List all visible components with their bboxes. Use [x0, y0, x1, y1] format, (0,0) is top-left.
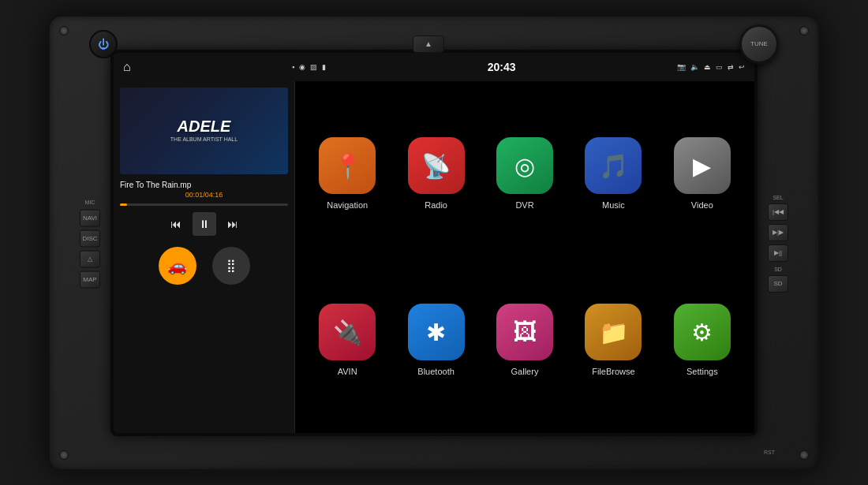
app-video[interactable]: ▶Video	[658, 91, 746, 257]
app-icon-radio: 📡	[408, 137, 465, 194]
app-bluetooth[interactable]: ✱Bluetooth	[391, 257, 480, 423]
mic-group: MIC	[80, 197, 99, 206]
map-button[interactable]: MAP	[80, 270, 100, 288]
app-icon-video: ▶	[674, 137, 731, 194]
disc-label: DISC	[82, 235, 97, 242]
app-icon-avin: 🔌	[319, 304, 376, 360]
album-content: ADELE THE ALBUM ARTIST HALL	[170, 118, 238, 143]
music-panel: ADELE THE ALBUM ARTIST HALL Fire To The …	[114, 81, 295, 433]
icon-window: ▪	[292, 63, 294, 71]
car-unit: ⏻ ▲ TUNE MIC NAVI DISC △	[47, 14, 821, 472]
home-group: △	[80, 250, 100, 267]
rst-label: RST	[764, 450, 775, 455]
power-button[interactable]: ⏻	[89, 30, 118, 58]
sel-label: SEL	[769, 193, 788, 202]
player-controls: ⏮ ⏸ ⏭	[120, 212, 288, 236]
app-icon-settings: ⚙	[674, 304, 731, 360]
app-label-avin: AVIN	[338, 367, 357, 376]
progress-bar[interactable]	[120, 203, 288, 206]
current-time: 00:01	[185, 191, 204, 199]
car-icon: 🚗	[167, 256, 187, 275]
album-artist: ADELE	[170, 118, 238, 136]
home-side-button[interactable]: △	[80, 250, 100, 267]
icon-back: ↩	[739, 63, 745, 71]
status-icons-right: 📷 🔈 ⏏ ▭ ⇄ ↩	[677, 63, 745, 71]
top-controls: ⏻ ▲ TUNE	[89, 24, 779, 64]
sd-button[interactable]: SD	[768, 275, 788, 293]
fwd-icon: ▶|▶	[773, 229, 784, 236]
app-label-radio: Radio	[425, 200, 447, 210]
sd-group: SD SD	[768, 265, 788, 293]
main-content: ADELE THE ALBUM ARTIST HALL Fire To The …	[114, 81, 754, 433]
pause-button[interactable]: ▶||	[768, 244, 788, 262]
app-label-dvr: DVR	[515, 200, 533, 210]
icon-cam: 📷	[677, 63, 686, 71]
left-side-panel: MIC NAVI DISC △ MAP	[80, 197, 100, 288]
app-grid: 📍Navigation📡Radio◎DVR🎵Music▶Video🔌AVIN✱B…	[295, 81, 754, 433]
app-settings[interactable]: ⚙Settings	[658, 257, 746, 423]
grid-button[interactable]: ⣿	[212, 247, 250, 285]
tune-knob[interactable]: TUNE	[739, 24, 779, 64]
app-music[interactable]: 🎵Music	[569, 91, 657, 257]
app-label-navigation: Navigation	[327, 200, 368, 210]
app-navigation[interactable]: 📍Navigation	[303, 91, 391, 257]
map-label: MAP	[83, 276, 96, 283]
app-icon-filebrowse: 📁	[585, 304, 642, 360]
mic-label: MIC	[80, 197, 99, 206]
app-label-settings: Settings	[687, 367, 718, 376]
progress-fill	[120, 203, 127, 206]
tune-label: TUNE	[750, 40, 768, 47]
app-label-filebrowse: FileBrowse	[592, 367, 634, 376]
sd-icon: SD	[773, 280, 782, 287]
sd-label: SD	[769, 265, 788, 274]
icon-usb: ⇄	[728, 63, 734, 71]
icon-eject2: ⏏	[704, 63, 711, 71]
app-gallery[interactable]: 🖼Gallery	[481, 257, 569, 423]
app-label-gallery: Gallery	[511, 367, 539, 376]
sel-button[interactable]: |◀◀	[768, 203, 788, 221]
pause-icon-player: ⏸	[199, 218, 210, 230]
pause-group: ▶||	[768, 244, 788, 262]
icon-circle: ◉	[299, 63, 305, 71]
disc-button[interactable]: DISC	[80, 229, 100, 247]
next-button[interactable]: ⏭	[227, 218, 238, 230]
corner-screw-tl	[59, 26, 69, 35]
main-screen: ⌂ ▪ ◉ ▨ ▮ 20:43 📷 🔈 ⏏ ▭ ⇄ ↩	[110, 50, 758, 436]
icon-vol: 🔈	[690, 63, 699, 71]
song-time: 00:01/04:16	[120, 191, 288, 199]
album-subtitle: THE ALBUM ARTIST HALL	[170, 136, 238, 143]
total-time: 04:16	[205, 191, 223, 199]
prev-button[interactable]: ⏮	[170, 218, 181, 230]
pause-icon: ▶||	[774, 249, 782, 256]
bottom-quick-icons: 🚗 ⣿	[120, 247, 288, 285]
right-side-panel: SEL |◀◀ ▶|▶ ▶|| SD SD	[768, 193, 788, 293]
app-label-bluetooth: Bluetooth	[417, 367, 454, 376]
fwd-button[interactable]: ▶|▶	[768, 224, 788, 241]
app-label-video: Video	[691, 200, 713, 210]
app-avin[interactable]: 🔌AVIN	[303, 257, 391, 423]
corner-screw-tr	[799, 26, 809, 35]
app-filebrowse[interactable]: 📁FileBrowse	[569, 257, 657, 423]
car-mode-button[interactable]: 🚗	[159, 247, 196, 285]
app-icon-music: 🎵	[585, 137, 642, 194]
navi-button[interactable]: NAVI	[80, 209, 100, 226]
corner-screw-br	[799, 450, 809, 460]
corner-screw-bl	[59, 450, 69, 460]
grid-icon: ⣿	[226, 258, 236, 273]
status-icons: ▪ ◉ ▨ ▮	[292, 63, 326, 71]
home-side-icon: △	[88, 256, 92, 263]
album-art: ADELE THE ALBUM ARTIST HALL	[120, 88, 288, 174]
disc-group: DISC	[80, 229, 100, 247]
play-pause-button[interactable]: ⏸	[193, 212, 216, 236]
song-title: Fire To The Rain.mp	[120, 181, 288, 189]
app-radio[interactable]: 📡Radio	[391, 91, 480, 257]
power-icon: ⏻	[98, 38, 109, 50]
app-icon-bluetooth: ✱	[408, 304, 465, 360]
app-dvr[interactable]: ◎DVR	[481, 91, 569, 257]
app-icon-dvr: ◎	[496, 137, 553, 194]
fwd-group: ▶|▶	[768, 224, 788, 241]
eject-button[interactable]: ▲	[413, 35, 444, 53]
navi-label: NAVI	[83, 215, 97, 222]
icon-battery: ▮	[322, 63, 326, 71]
map-group: MAP	[80, 270, 100, 288]
